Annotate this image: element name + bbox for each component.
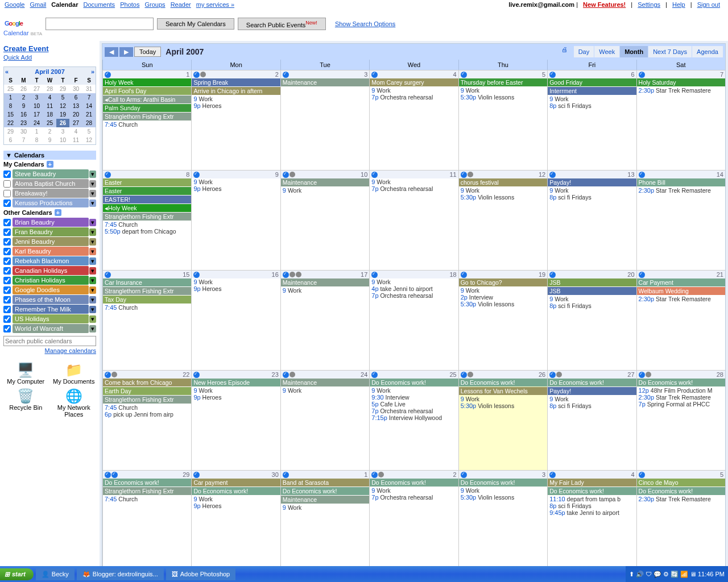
event-bar[interactable]: Lessons for Van Wechels xyxy=(459,387,547,395)
event-text[interactable]: 5:30p Violin lessons xyxy=(459,301,547,307)
event-text[interactable]: 2:30p Star Trek Remastere xyxy=(637,296,725,302)
event-text[interactable]: 9 Work xyxy=(370,387,458,394)
event-text[interactable]: 8p sci fi Fridays xyxy=(548,402,636,409)
calendar-label[interactable]: Aloma Baptist Church xyxy=(13,179,89,188)
calendar-dropdown[interactable]: ▾ xyxy=(89,238,96,246)
event-text[interactable]: 7:15p Interview Hollywood xyxy=(370,414,458,421)
day-cell[interactable]: 14Phone Bill2:30p Star Trek Remastere xyxy=(636,171,725,270)
mini-day[interactable]: 25 xyxy=(4,85,17,93)
calendar-dropdown[interactable]: ▾ xyxy=(89,315,96,323)
event-bar[interactable]: Car Insurance xyxy=(103,278,191,286)
event-bar[interactable]: Do Economics work! xyxy=(103,479,191,487)
mini-next[interactable]: » xyxy=(91,68,94,75)
event-text[interactable]: 4p take Jenni to airport xyxy=(370,285,458,292)
start-button[interactable]: ⊞start xyxy=(0,568,34,580)
event-text[interactable]: 9 Work xyxy=(281,187,369,194)
mini-day[interactable]: 4 xyxy=(69,127,82,136)
event-text[interactable]: 9 Work xyxy=(548,95,636,102)
mini-day[interactable]: 12 xyxy=(82,136,96,144)
calendar-checkbox[interactable] xyxy=(3,171,11,178)
mini-day[interactable]: 29 xyxy=(4,127,17,136)
calendar-dropdown[interactable]: ▾ xyxy=(89,248,96,255)
mini-day[interactable]: 9 xyxy=(43,136,56,144)
event-text[interactable]: 9 Work xyxy=(370,278,458,285)
taskbar-item[interactable]: 👤Becky xyxy=(36,568,75,580)
event-bar[interactable]: Maintenance xyxy=(281,178,369,186)
nav-groups[interactable]: Groups xyxy=(145,1,166,8)
event-bar[interactable]: Come back from Chicago xyxy=(103,379,191,386)
calendar-label[interactable]: Rebekah Blackmon xyxy=(13,256,89,265)
mini-title[interactable]: April 2007 xyxy=(35,68,65,75)
mini-day[interactable]: 16 xyxy=(17,110,30,119)
event-text[interactable]: 9p Heroes xyxy=(192,102,280,109)
event-bar[interactable]: Mom Carey surgery xyxy=(370,78,458,86)
calendars-header[interactable]: ▼Calendars xyxy=(3,151,96,160)
search-my-calendars-button[interactable]: Search My Calendars xyxy=(157,18,234,30)
nav-reader[interactable]: Reader xyxy=(171,1,191,8)
event-bar[interactable]: ◂Call to Arms: Arathi Basin xyxy=(103,95,191,103)
event-bar[interactable]: Do Economics work! xyxy=(459,479,547,487)
print-icon[interactable]: 🖨 xyxy=(561,46,568,57)
event-text[interactable]: 9 Work xyxy=(281,287,369,294)
event-bar[interactable]: Thursday before Easter xyxy=(459,78,547,86)
event-text[interactable]: 9p Heroes xyxy=(192,394,280,401)
mini-day[interactable]: 10 xyxy=(56,136,69,144)
event-bar[interactable]: New Heroes Episode xyxy=(192,379,280,386)
calendar-label[interactable]: Canadian Holidays xyxy=(13,266,89,275)
day-cell[interactable]: 28Do Economics work!12p 48hr Film Produc… xyxy=(636,371,725,470)
show-search-options[interactable]: Show Search Options xyxy=(335,20,395,27)
day-cell[interactable]: 4My Fair LadyDo Economics work!11:10 dep… xyxy=(547,471,636,570)
nav-gmail[interactable]: Gmail xyxy=(30,1,47,8)
next-button[interactable]: ▶ xyxy=(119,47,133,57)
day-cell[interactable]: 17Maintenance9 Work xyxy=(280,271,369,370)
event-text[interactable]: 7:45 Church xyxy=(103,404,191,411)
today-button[interactable]: Today xyxy=(134,47,161,57)
event-bar[interactable]: EASTER! xyxy=(103,196,191,203)
calendar-dropdown[interactable]: ▾ xyxy=(89,219,96,226)
calendar-label[interactable]: Brian Beaudry xyxy=(13,218,89,227)
search-input[interactable] xyxy=(46,18,154,30)
mini-day[interactable]: 19 xyxy=(56,110,69,119)
event-text[interactable]: 9 Work xyxy=(548,296,636,302)
event-text[interactable]: 9 Work xyxy=(192,95,280,102)
mini-day[interactable]: 3 xyxy=(56,127,69,136)
event-text[interactable]: 9 Work xyxy=(192,496,280,502)
day-cell[interactable]: 30Car paymentDo Economics work!9 Work9p … xyxy=(191,471,280,570)
event-bar[interactable]: Do Economics work! xyxy=(548,487,636,495)
nav-photos[interactable]: Photos xyxy=(120,1,139,8)
mini-day[interactable]: 7 xyxy=(17,136,30,144)
day-cell[interactable]: 29Do Economics work!Stranglethorn Fishin… xyxy=(102,471,191,570)
view-day[interactable]: Day xyxy=(574,46,594,57)
event-bar[interactable]: chorus festival xyxy=(459,178,547,186)
event-text[interactable]: 9 Work xyxy=(370,487,458,494)
event-bar[interactable]: Cinco de Mayo xyxy=(637,479,725,487)
calendar-checkbox[interactable] xyxy=(3,228,11,236)
event-text[interactable]: 9 Work xyxy=(192,387,280,394)
day-cell[interactable]: 20JSBJSB9 Work8p sci fi Fridays xyxy=(547,271,636,370)
day-cell[interactable]: 10Maintenance9 Work xyxy=(280,171,369,270)
event-text[interactable]: 9 Work xyxy=(192,178,280,185)
day-cell[interactable]: 15Car InsuranceStranglethorn Fishing Ext… xyxy=(102,271,191,370)
event-text[interactable]: 8p sci fi Fridays xyxy=(548,102,636,109)
mini-day[interactable]: 1 xyxy=(30,127,43,136)
nav-more[interactable]: my services » xyxy=(196,1,234,8)
calendar-label[interactable]: Karl Beaudry xyxy=(13,247,89,256)
event-text[interactable]: 6p pick up Jenni from airp xyxy=(103,411,191,418)
day-cell[interactable]: 5Thursday before Easter9 Work5:30p Violi… xyxy=(458,70,547,170)
new-features-link[interactable]: New Features! xyxy=(583,1,626,8)
event-bar[interactable]: Do Economics work! xyxy=(548,379,636,386)
day-cell[interactable]: 22Come back from ChicagoEarth DayStrangl… xyxy=(102,371,191,470)
mini-day[interactable]: 8 xyxy=(30,136,43,144)
add-other-calendar[interactable]: + xyxy=(55,209,61,216)
event-text[interactable]: 5:30p Violin lessons xyxy=(459,94,547,101)
calendar-checkbox[interactable] xyxy=(3,199,11,207)
calendar-dropdown[interactable]: ▾ xyxy=(89,180,96,188)
calendar-dropdown[interactable]: ▾ xyxy=(89,267,96,275)
event-bar[interactable]: Interrment xyxy=(548,87,636,95)
calendar-dropdown[interactable]: ▾ xyxy=(89,228,96,236)
network-places-icon[interactable]: 🌐My Network Places xyxy=(52,388,97,418)
calendar-label[interactable]: Kerusso Productions xyxy=(13,198,89,207)
event-text[interactable]: 8p sci fi Fridays xyxy=(548,302,636,309)
calendar-checkbox[interactable] xyxy=(3,248,11,255)
event-text[interactable]: 9 Work xyxy=(281,387,369,394)
